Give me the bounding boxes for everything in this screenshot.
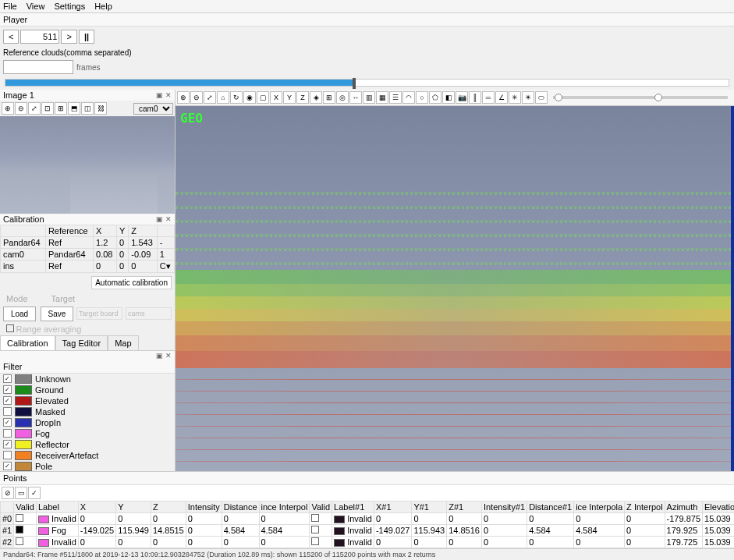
column-header[interactable]: Z#1 [447, 501, 482, 512]
compass-icon[interactable]: ✳ [509, 91, 521, 104]
filter-item[interactable]: Reflector [0, 439, 175, 450]
filter-checkbox[interactable] [3, 462, 12, 470]
column-header[interactable]: Z Interpol [625, 501, 665, 512]
polygon-select-icon[interactable]: ⬠ [429, 91, 441, 104]
tab-map[interactable]: Map [108, 335, 138, 350]
column-header[interactable]: Y#1 [412, 501, 447, 512]
menu-file[interactable]: File [3, 2, 17, 11]
filter-item[interactable]: Fog [0, 428, 175, 439]
auto-calibration-button[interactable]: Automatic calibration [91, 276, 172, 289]
filter-checkbox[interactable] [3, 418, 12, 427]
column-header[interactable]: Elevation [703, 501, 734, 512]
camera-icon[interactable]: ▦ [376, 91, 388, 104]
filter-item[interactable]: Pole [0, 461, 175, 471]
column-header[interactable]: Valid [310, 501, 332, 512]
filter-checkbox[interactable] [3, 407, 12, 416]
snapshot-icon[interactable]: 📷 [456, 91, 468, 104]
prev-frame-button[interactable]: < [3, 30, 19, 44]
column-header[interactable]: Z [151, 501, 186, 512]
column-header[interactable]: Distance#1 [527, 501, 574, 512]
sun-icon[interactable]: ☀ [522, 91, 534, 104]
slider-handle[interactable] [555, 94, 562, 101]
eraser-icon[interactable]: ◧ [442, 91, 455, 104]
filter-item[interactable]: Elevated [0, 395, 175, 406]
zoom-out-icon[interactable]: ⊖ [190, 91, 203, 104]
dock-controls-icon[interactable]: ▣ ✕ [156, 352, 172, 360]
grid-icon[interactable]: ⊞ [55, 102, 67, 115]
zoom-actual-icon[interactable]: ⊡ [41, 102, 54, 115]
rotate-mode-icon[interactable]: ↻ [230, 91, 243, 104]
cube-wire-icon[interactable]: ▢ [257, 91, 269, 104]
table-row[interactable]: Pandar64Ref1.201.543- [1, 236, 175, 248]
timeline-handle[interactable] [353, 78, 356, 89]
points-select-icon[interactable]: ▭ [15, 487, 27, 499]
filter-item[interactable]: Masked [0, 406, 175, 417]
menu-settings[interactable]: Settings [54, 2, 85, 11]
column-header[interactable]: X [78, 501, 115, 512]
zoom-out-icon[interactable]: ⊖ [15, 102, 27, 115]
circle-select-icon[interactable]: ○ [416, 91, 428, 104]
tab-calibration[interactable]: Calibration [0, 335, 55, 350]
points-check-icon[interactable]: ✓ [28, 487, 41, 499]
timeline-slider[interactable] [5, 79, 729, 87]
grid-icon[interactable]: ⊞ [323, 91, 335, 104]
zoom-fit-icon[interactable]: ⤢ [204, 91, 216, 104]
zoom-in-icon[interactable]: ⊕ [177, 91, 190, 104]
dock-controls-icon[interactable]: ▣ ✕ [156, 91, 172, 99]
camera-select[interactable]: cam0 [133, 103, 173, 115]
table-row[interactable]: insRef000C▾ [1, 260, 175, 272]
lasso-icon[interactable]: ◠ [402, 91, 415, 104]
image1-preview[interactable] [0, 116, 175, 214]
angle-icon[interactable]: ∠ [495, 91, 508, 104]
save-button[interactable]: Save [41, 307, 73, 321]
column-header[interactable]: Distance [222, 501, 259, 512]
column-header[interactable]: Intensity [186, 501, 222, 512]
zoom-fit-icon[interactable]: ⤢ [28, 102, 41, 115]
column-header[interactable]: ince Interpol [259, 501, 310, 512]
z-axis-icon[interactable]: Z [296, 91, 309, 104]
column-header[interactable]: Label#1 [332, 501, 374, 512]
filter-item[interactable]: Unknown [0, 374, 175, 385]
table-row[interactable]: #0 Invalid000000 Invalid0000000-179.8751… [1, 512, 735, 524]
zoom-in-icon[interactable]: ⊕ [2, 102, 14, 115]
column-header[interactable]: ice Interpola [574, 501, 625, 512]
marker-icon[interactable]: ⬒ [68, 102, 80, 115]
menu-view[interactable]: View [27, 2, 45, 11]
filter-checkbox[interactable] [3, 429, 12, 438]
opacity-slider[interactable] [553, 96, 728, 99]
column-header[interactable]: Valid [14, 501, 37, 512]
home-icon[interactable]: ⌂ [217, 91, 229, 104]
ruler-v-icon[interactable]: ║ [469, 91, 481, 104]
iso-view-icon[interactable]: ◈ [310, 91, 322, 104]
points-clear-icon[interactable]: ⊘ [2, 487, 14, 499]
crop-icon[interactable]: ◫ [81, 102, 94, 115]
column-header[interactable]: Y [116, 501, 151, 512]
next-frame-button[interactable]: > [61, 30, 76, 44]
column-header[interactable]: Label [36, 501, 78, 512]
3d-viewport[interactable]: GEO [176, 106, 734, 471]
x-axis-icon[interactable]: X [270, 91, 282, 104]
table-row[interactable]: #1 Fog-149.025115.94914.851504.5844.584 … [1, 524, 735, 536]
points-table[interactable]: ValidLabelXYZIntensityDistanceince Inter… [0, 501, 734, 548]
measure-h-icon[interactable]: ↔ [349, 91, 362, 104]
frame-number-input[interactable] [20, 30, 59, 44]
link-icon[interactable]: ⛓ [94, 102, 107, 115]
menu-help[interactable]: Help [94, 2, 112, 11]
filter-item[interactable]: Ground [0, 385, 175, 395]
filter-checkbox[interactable] [3, 440, 12, 448]
column-header[interactable]: Intensity#1 [481, 501, 527, 512]
ellipse-icon[interactable]: ⬭ [535, 91, 548, 104]
table-row[interactable]: #2 Invalid000000 Invalid0000000179.72515… [1, 536, 735, 548]
building-icon[interactable]: ▥ [363, 91, 375, 104]
filter-checkbox[interactable] [3, 385, 12, 394]
filter-checkbox[interactable] [3, 396, 12, 405]
target-icon[interactable]: ◎ [336, 91, 349, 104]
filter-checkbox[interactable] [3, 451, 12, 459]
ruler-h-icon[interactable]: ═ [482, 91, 495, 104]
table-row[interactable]: cam0Pandar640.080-0.091 [1, 248, 175, 260]
column-header[interactable]: X#1 [374, 501, 411, 512]
pause-button[interactable]: || [79, 30, 94, 44]
calibration-table[interactable]: Reference X Y Z Pandar64Ref1.201.543-cam… [0, 225, 175, 273]
filter-item[interactable]: ReceiverArtefact [0, 450, 175, 461]
reference-clouds-input[interactable] [3, 60, 73, 74]
